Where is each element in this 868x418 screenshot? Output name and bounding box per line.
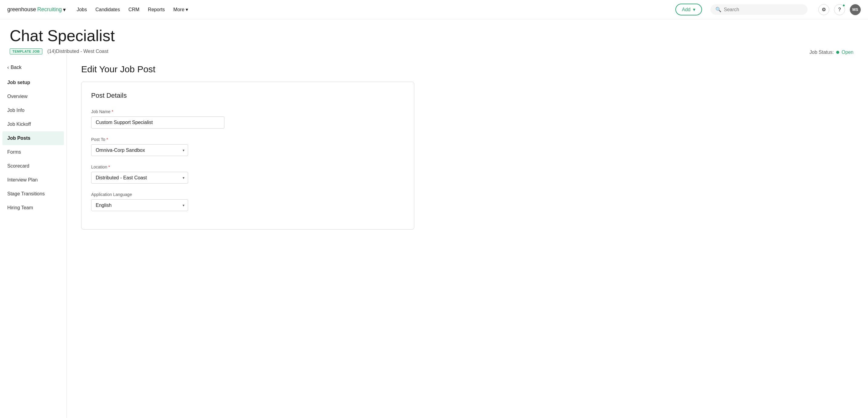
logo-green-text: Recruiting xyxy=(37,6,62,13)
top-nav: greenhouse Recruiting ▾ Jobs Candidates … xyxy=(0,0,868,20)
nav-candidates[interactable]: Candidates xyxy=(95,7,120,12)
more-chevron-icon: ▾ xyxy=(186,7,188,12)
sidebar-item-forms[interactable]: Forms xyxy=(0,145,66,159)
location-select[interactable]: Distributed - East Coast Distributed - W… xyxy=(91,172,188,184)
post-to-select-wrapper: Omniva-Corp Sandbox Internal LinkedIn ▾ xyxy=(91,144,188,156)
nav-crm[interactable]: CRM xyxy=(128,7,139,12)
location-field: Location * Distributed - East Coast Dist… xyxy=(91,165,404,184)
gear-icon: ⚙ xyxy=(822,7,826,12)
nav-reports[interactable]: Reports xyxy=(148,7,165,12)
settings-button[interactable]: ⚙ xyxy=(818,4,829,15)
question-icon: ? xyxy=(838,7,841,12)
sidebar-item-scorecard[interactable]: Scorecard xyxy=(0,159,66,173)
location-label: Location * xyxy=(91,165,404,169)
nav-more[interactable]: More ▾ xyxy=(173,7,188,12)
card-title: Post Details xyxy=(91,92,404,100)
page-title: Chat Specialist xyxy=(10,27,858,45)
sidebar-item-job-info[interactable]: Job Info xyxy=(0,103,66,117)
job-name-required: * xyxy=(112,109,113,114)
layout: ‹ Back Job setup Overview Job Info Job K… xyxy=(0,55,868,418)
sidebar-item-interview-plan[interactable]: Interview Plan xyxy=(0,173,66,187)
post-to-required: * xyxy=(106,137,108,142)
sidebar-item-overview[interactable]: Overview xyxy=(0,90,66,103)
status-dot-icon xyxy=(836,51,839,54)
back-chevron-icon: ‹ xyxy=(7,65,9,70)
nav-jobs[interactable]: Jobs xyxy=(76,7,87,12)
add-button[interactable]: Add ▾ xyxy=(675,4,702,15)
notification-badge xyxy=(842,4,845,7)
sidebar-item-job-posts[interactable]: Job Posts xyxy=(2,131,64,145)
add-chevron-icon: ▾ xyxy=(693,7,695,12)
search-box[interactable]: 🔍 xyxy=(711,4,807,15)
sidebar-item-job-kickoff[interactable]: Job Kickoff xyxy=(0,117,66,131)
location-required: * xyxy=(108,165,110,169)
help-button[interactable]: ? xyxy=(834,4,845,15)
app-language-label: Application Language xyxy=(91,192,404,197)
logo-text: greenhouse xyxy=(7,6,36,13)
nav-icons: ⚙ ? MS xyxy=(818,4,861,15)
job-name-input[interactable] xyxy=(91,116,224,129)
app-language-select[interactable]: English Spanish French xyxy=(91,199,188,211)
app-language-select-wrapper: English Spanish French ▾ xyxy=(91,199,188,211)
job-name-label: Job Name * xyxy=(91,109,404,114)
back-link[interactable]: ‹ Back xyxy=(0,62,66,73)
post-to-label: Post To * xyxy=(91,137,404,142)
edit-title: Edit Your Job Post xyxy=(81,64,854,74)
logo-chevron-icon: ▾ xyxy=(63,6,66,13)
job-name-field: Job Name * xyxy=(91,109,404,129)
search-icon: 🔍 xyxy=(715,7,721,12)
page-subtitle: (14)Distributed - West Coast xyxy=(47,49,108,54)
page-header: Chat Specialist TEMPLATE JOB (14)Distrib… xyxy=(0,20,868,55)
main-content: Edit Your Job Post Post Details Job Name… xyxy=(67,55,868,418)
avatar-button[interactable]: MS xyxy=(850,4,861,15)
page-meta: TEMPLATE JOB (14)Distributed - West Coas… xyxy=(10,48,858,55)
nav-links: Jobs Candidates CRM Reports More ▾ xyxy=(76,7,666,12)
template-badge: TEMPLATE JOB xyxy=(10,48,42,55)
sidebar-item-stage-transitions[interactable]: Stage Transitions xyxy=(0,187,66,201)
search-input[interactable] xyxy=(724,7,803,12)
sidebar: ‹ Back Job setup Overview Job Info Job K… xyxy=(0,55,67,418)
post-to-select[interactable]: Omniva-Corp Sandbox Internal LinkedIn xyxy=(91,144,188,156)
sidebar-item-hiring-team[interactable]: Hiring Team xyxy=(0,201,66,215)
form-card: Post Details Job Name * Post To * Omniva… xyxy=(81,82,414,230)
app-language-field: Application Language English Spanish Fre… xyxy=(91,192,404,211)
post-to-field: Post To * Omniva-Corp Sandbox Internal L… xyxy=(91,137,404,156)
sidebar-item-job-setup[interactable]: Job setup xyxy=(0,76,66,90)
location-select-wrapper: Distributed - East Coast Distributed - W… xyxy=(91,172,188,184)
logo[interactable]: greenhouse Recruiting ▾ xyxy=(7,6,66,13)
